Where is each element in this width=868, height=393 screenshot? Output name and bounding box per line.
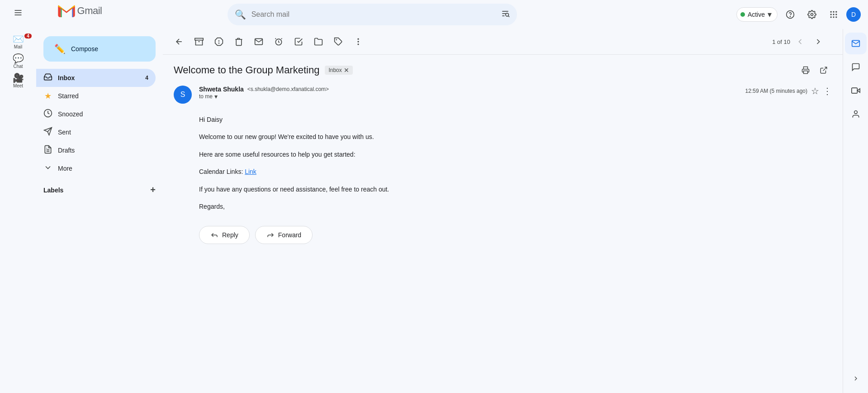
svg-point-40	[854, 111, 857, 114]
mail-label: Mail	[14, 44, 22, 49]
help-button[interactable]	[781, 5, 799, 24]
starred-label: Starred	[58, 92, 79, 100]
right-panel-tab-chat[interactable]	[845, 56, 867, 78]
hamburger-button[interactable]	[7, 2, 29, 24]
sidebar-item-snoozed[interactable]: Snoozed	[36, 105, 156, 123]
svg-point-11	[830, 11, 832, 13]
advanced-search-icon[interactable]	[501, 9, 510, 20]
right-panel-tab-contacts[interactable]	[845, 103, 867, 125]
add-task-button[interactable]	[289, 33, 308, 51]
reply-button[interactable]: Reply	[199, 226, 250, 244]
sender-email: <s.shukla@demo.xfanatical.com>	[247, 86, 329, 92]
forward-button[interactable]: Forward	[255, 226, 313, 244]
search-bar: 🔍	[228, 4, 517, 25]
avatar[interactable]: D	[846, 7, 861, 22]
top-right-actions: Active ▾	[736, 5, 861, 24]
to-me-label: to me	[199, 93, 213, 100]
print-button[interactable]	[797, 62, 814, 78]
svg-point-13	[835, 11, 837, 13]
search-icon[interactable]: 🔍	[235, 9, 246, 20]
mail-icon: ✉️	[13, 34, 24, 43]
archive-button[interactable]	[190, 33, 208, 51]
svg-point-34	[357, 41, 359, 42]
pagination-text: 1 of 10	[772, 38, 790, 45]
svg-line-37	[823, 67, 827, 71]
report-button[interactable]	[210, 33, 228, 51]
right-panel-tab-meet[interactable]	[845, 80, 867, 101]
active-status-badge[interactable]: Active ▾	[736, 7, 778, 22]
svg-point-10	[811, 14, 813, 16]
svg-line-7	[508, 16, 509, 17]
calendar-links: Calendar Links: Link	[199, 167, 832, 177]
email-content: Welcome to the Group Marketing Inbox ✕	[163, 55, 843, 266]
svg-point-15	[833, 14, 834, 15]
email-more-button[interactable]: ⋮	[823, 86, 832, 96]
next-email-button[interactable]	[810, 34, 826, 50]
active-indicator	[740, 12, 745, 17]
inbox-count: 4	[145, 75, 148, 81]
svg-point-19	[835, 16, 837, 18]
open-in-new-button[interactable]	[816, 62, 832, 78]
move-button[interactable]	[309, 33, 327, 51]
sidebar-item-starred[interactable]: ★ Starred	[36, 87, 156, 105]
right-panel-tab-active[interactable]	[845, 33, 867, 54]
labels-title: Labels	[43, 187, 63, 194]
mark-unread-button[interactable]	[250, 33, 268, 51]
sidebar-item-meet[interactable]: 🎥 Meet	[2, 72, 34, 90]
resources-text: Here are some useful resources to help y…	[199, 149, 832, 159]
inbox-icon	[43, 72, 52, 84]
add-label-button[interactable]: +	[150, 185, 156, 195]
svg-point-6	[505, 13, 508, 16]
back-button[interactable]	[170, 33, 188, 51]
sidebar-item-drafts[interactable]: Drafts	[36, 141, 156, 159]
settings-button[interactable]	[803, 5, 821, 24]
email-header-actions	[797, 62, 832, 78]
sidebar-item-more[interactable]: More	[36, 159, 156, 177]
labels-header: Labels +	[36, 181, 163, 199]
gmail-logo: Gmail	[43, 5, 116, 17]
collapse-panel-button[interactable]	[845, 368, 867, 389]
compose-label: Compose	[71, 45, 98, 53]
app-title: Gmail	[77, 5, 102, 17]
snoozed-icon	[43, 109, 52, 120]
snooze-button[interactable]	[270, 33, 288, 51]
remove-inbox-tag-button[interactable]: ✕	[344, 67, 349, 74]
chat-icon: 💬	[13, 54, 24, 63]
svg-point-17	[830, 16, 832, 18]
inbox-tag: Inbox ✕	[325, 66, 352, 75]
pagination: 1 of 10	[772, 34, 826, 50]
sidebar-item-chat[interactable]: 💬 Chat	[2, 52, 34, 71]
email-timestamp: 12:59 AM (5 minutes ago)	[745, 88, 807, 94]
sidebar-item-inbox[interactable]: Inbox 4	[36, 69, 156, 87]
star-button[interactable]: ☆	[811, 86, 819, 96]
svg-point-33	[357, 38, 359, 40]
chat-label: Chat	[13, 64, 23, 69]
apps-button[interactable]	[825, 5, 843, 24]
svg-point-35	[357, 43, 359, 45]
prev-email-button[interactable]	[792, 34, 808, 50]
label-button[interactable]	[329, 33, 347, 51]
svg-point-18	[833, 16, 834, 18]
forward-label: Forward	[278, 231, 301, 239]
email-time: 12:59 AM (5 minutes ago) ☆ ⋮	[745, 86, 832, 96]
more-actions-button[interactable]	[349, 33, 367, 51]
calendar-link[interactable]: Link	[245, 168, 256, 175]
delete-button[interactable]	[230, 33, 248, 51]
mail-badge: 4	[24, 34, 32, 38]
compose-icon: ✏️	[54, 43, 66, 54]
forward-icon	[266, 231, 275, 239]
sidebar-item-mail[interactable]: ✉️ Mail 4	[2, 33, 34, 51]
sidebar-item-sent[interactable]: Sent	[36, 123, 156, 141]
email-body: Hi Daisy Welcome to our new group! We're…	[174, 115, 832, 211]
snoozed-label: Snoozed	[58, 110, 83, 118]
to-me-row[interactable]: to me ▾	[199, 93, 738, 100]
top-bar: Gmail 🔍 Active ▾	[0, 0, 868, 29]
sender-avatar: S	[174, 86, 192, 104]
email-subject: Welcome to the Group Marketing	[174, 64, 319, 76]
compose-button[interactable]: ✏️ Compose	[43, 36, 156, 62]
search-input[interactable]	[251, 10, 495, 19]
sidebar-icons: ✉️ Mail 4 💬 Chat 🎥 Meet	[0, 29, 36, 393]
drafts-label: Drafts	[58, 147, 75, 154]
drafts-icon	[43, 145, 52, 156]
sender-name: Shweta Shukla	[199, 86, 244, 93]
